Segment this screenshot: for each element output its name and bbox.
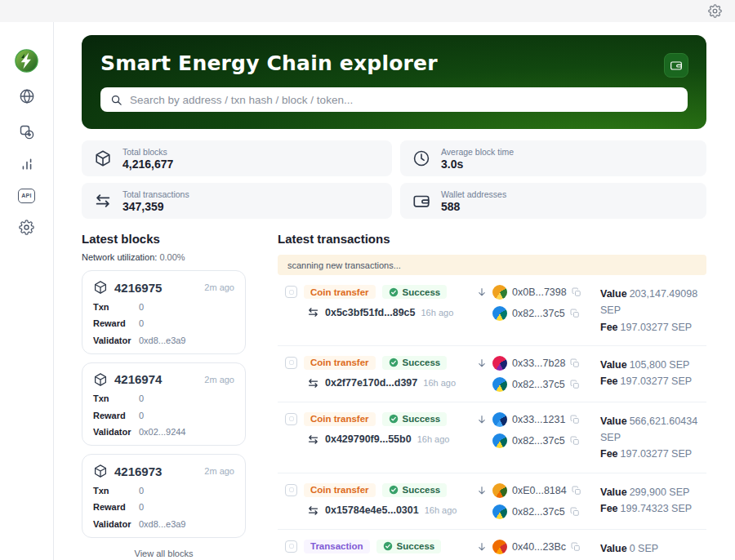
block-age: 2m ago [204,282,234,292]
transaction-value: Value299,900 SEP [600,484,706,500]
transaction-value: Value203,147.49098 SEP [600,286,706,319]
transfer-arrows-icon [307,433,319,446]
block-validator-link[interactable]: 0xd8...e3a9 [139,519,186,529]
page-title: Smart Energy Chain explorer [100,51,438,75]
to-address-link[interactable]: 0x82...37c5 [512,435,565,447]
copy-icon[interactable] [570,380,580,389]
from-address-link[interactable]: 0x33...7b28 [512,358,565,369]
search-input[interactable] [130,94,678,106]
view-all-blocks-link[interactable]: View all blocks [82,549,246,558]
status-badge: Success [382,483,448,497]
stats-grid: Total blocks 4,216,677 Average block tim… [82,140,706,219]
from-address-avatar [492,483,507,498]
cube-icon [93,464,108,478]
transaction-type-tag[interactable]: Coin transfer [304,356,376,370]
copy-icon[interactable] [570,507,580,517]
transaction-type-tag[interactable]: Coin transfer [304,483,376,497]
bar-chart-icon [19,156,35,172]
success-check-icon [389,485,399,495]
to-address-link[interactable]: 0x82...37c5 [512,308,565,319]
block-txn-count: 0 [139,486,144,496]
from-address-link[interactable]: 0x33...1231 [512,414,565,425]
block-number-link[interactable]: 4216975 [114,281,162,295]
transaction-type-tag[interactable]: Coin transfer [304,285,376,299]
settings-gear-icon[interactable] [708,4,722,18]
copy-icon[interactable] [572,287,581,297]
sidebar-item-tokens[interactable] [18,123,35,140]
success-check-icon [389,287,399,297]
explorer-banner: Smart Energy Chain explorer [82,35,706,129]
from-address-link[interactable]: 0x0B...7398 [512,287,567,298]
copy-icon[interactable] [571,542,581,552]
to-address-link[interactable]: 0x82...37c5 [512,506,565,518]
from-address-avatar [492,285,507,300]
transaction-fee: Fee197.03277 SEP [600,373,706,389]
transaction-type-tag[interactable]: Coin transfer [304,412,376,426]
block-number-link[interactable]: 4216973 [114,464,162,478]
stat-wallet-addresses: Wallet addresses 588 [400,183,706,219]
transaction-hash-link[interactable]: 0x429790f9...55b0 [325,433,412,445]
sidebar-item-network[interactable] [18,87,35,104]
app-logo-lightning-icon[interactable] [15,49,38,73]
transaction-type-icon [285,484,297,496]
stat-value: 347,359 [122,200,189,213]
block-number-link[interactable]: 4216974 [114,372,162,386]
sidebar-item-settings[interactable] [18,219,35,236]
block-validator-link[interactable]: 0x02...9244 [139,427,186,437]
transaction-value: Value566,621.60434 SEP [600,413,706,447]
from-address-avatar [492,412,507,427]
from-address-link[interactable]: 0xE0...8184 [512,485,567,496]
stat-average-block-time: Average block time 3.0s [400,140,706,176]
cube-icon [94,149,112,167]
transaction-hash-link[interactable]: 0x2f77e170d...d397 [325,377,417,389]
transaction-fee: Fee197.03277 SEP [600,446,706,462]
stat-label: Wallet addresses [441,189,506,199]
sidebar-item-api[interactable]: API [18,187,35,204]
tokens-icon [19,124,35,140]
sidebar-item-stats[interactable] [18,155,35,172]
to-address-avatar [492,377,507,392]
copy-icon[interactable] [570,358,580,368]
transfer-arrows-icon [94,192,112,210]
cube-icon [93,280,108,295]
stat-label: Total blocks [122,147,173,157]
from-address-avatar [492,540,507,554]
block-reward: 0 [139,318,144,328]
search-icon [110,94,122,106]
block-validator-link[interactable]: 0xd8...e3a9 [139,336,186,345]
copy-icon[interactable] [570,436,580,446]
from-address-link[interactable]: 0x40...23Bc [512,541,566,553]
status-badge: Success [382,356,448,370]
success-check-icon [389,358,399,367]
direction-down-arrow-icon [476,541,488,553]
transaction-hash-link[interactable]: 0x15784e4e5...0301 [325,504,419,516]
to-address-link[interactable]: 0x82...37c5 [512,379,565,390]
transaction-row: Coin transfer Success 0x2f77e170d...d397… [278,345,706,402]
clock-icon [412,149,430,167]
transaction-age: 16h ago [423,378,456,388]
globe-icon [19,88,35,104]
block-age: 2m ago [204,466,234,476]
copy-icon[interactable] [570,309,580,318]
stat-label: Average block time [441,147,514,157]
transaction-fee: Fee197.03277 SEP [600,319,706,336]
transaction-type-tag[interactable]: Transaction [304,540,370,553]
transfer-arrows-icon [307,504,319,517]
latest-transactions-section: Latest transactions scanning new transac… [278,232,706,560]
top-bar [0,0,735,22]
transaction-hash-link[interactable]: 0x5c3bf51fd...89c5 [325,307,416,318]
transaction-row: Coin transfer Success 0x5c3bf51fd...89c5… [278,275,706,345]
copy-icon[interactable] [570,415,580,424]
latest-blocks-section: Latest blocks Network utilization: 0.00%… [82,232,246,558]
transaction-age: 16h ago [421,308,454,318]
transaction-type-icon [285,286,297,298]
stat-value: 588 [441,200,506,213]
cube-icon [93,372,108,387]
connect-wallet-button[interactable] [664,53,688,78]
transaction-age: 16h ago [425,505,457,515]
transaction-value: Value0 SEP [600,540,706,557]
search-bar [100,87,688,112]
transaction-row: Coin transfer Success 0x429790f9...55b0 … [278,402,706,473]
api-badge-icon: API [18,189,35,203]
copy-icon[interactable] [572,486,581,496]
